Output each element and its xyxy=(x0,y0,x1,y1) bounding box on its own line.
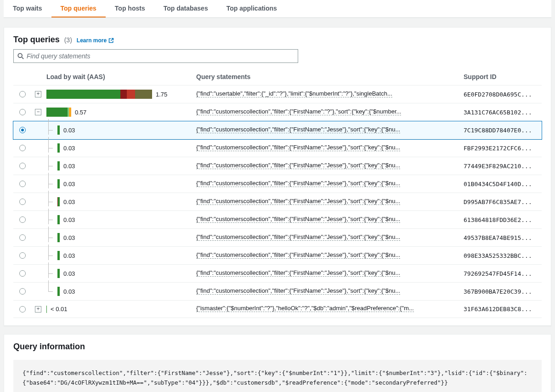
row-radio[interactable] xyxy=(19,127,26,133)
tree-connector xyxy=(46,161,54,170)
table-row[interactable]: +< 0.01{"ismaster":{"$numberInt":"?"},"h… xyxy=(13,301,542,318)
support-id: 3A131C76AC65B102... xyxy=(464,109,542,116)
row-radio[interactable] xyxy=(19,145,26,151)
table-row[interactable]: 0.03{"find":"customerscollection","filte… xyxy=(13,211,542,229)
support-id: 098E33A525332BBC... xyxy=(464,252,542,259)
aas-value: 0.03 xyxy=(63,145,75,152)
query-statement[interactable]: {"find":"customerscollection","filter":{… xyxy=(196,144,400,151)
row-radio[interactable] xyxy=(19,199,26,205)
card-count: (3) xyxy=(64,36,72,44)
tab-top-applications[interactable]: Top applications xyxy=(217,0,286,17)
load-bar xyxy=(57,125,60,135)
top-queries-card: Top queries (3) Learn more Load by wait … xyxy=(4,27,551,326)
support-id: 01B0434C5D4F140D... xyxy=(464,181,542,187)
support-id: 7C19C88DD78407E0... xyxy=(464,127,542,134)
aas-value: 0.03 xyxy=(63,216,75,223)
aas-value: 0.57 xyxy=(75,109,86,116)
aas-value: 0.03 xyxy=(63,199,75,205)
external-link-icon xyxy=(108,38,114,43)
table-row[interactable]: +1.75{"find":"usertable","filter":{"_id"… xyxy=(13,85,542,103)
support-id: FBF2993E2172CFC6... xyxy=(464,145,542,152)
tabs: Top waitsTop queriesTop hostsTop databas… xyxy=(4,0,551,18)
tree-connector xyxy=(46,125,54,135)
tab-top-databases[interactable]: Top databases xyxy=(154,0,217,17)
support-id: 367B900BA7E20C39... xyxy=(464,288,542,295)
row-radio[interactable] xyxy=(19,181,26,187)
load-bar xyxy=(57,161,60,170)
expand-icon[interactable]: + xyxy=(35,91,41,97)
expand-icon[interactable]: + xyxy=(35,306,41,312)
table-row[interactable]: 0.03{"find":"customerscollection","filte… xyxy=(13,175,542,193)
col-query[interactable]: Query statements xyxy=(196,73,464,80)
table-row[interactable]: 0.03{"find":"customerscollection","filte… xyxy=(13,283,542,301)
tree-connector xyxy=(46,179,54,188)
row-radio[interactable] xyxy=(19,288,26,295)
col-id[interactable]: Support ID xyxy=(464,73,542,80)
col-load[interactable]: Load by wait (AAS) xyxy=(45,73,196,80)
query-statement[interactable]: {"find":"usertable","filter":{"_id":"?"}… xyxy=(196,90,392,97)
tab-top-queries[interactable]: Top queries xyxy=(51,0,106,17)
row-radio[interactable] xyxy=(19,91,26,97)
query-statement[interactable]: {"find":"customerscollection","filter":{… xyxy=(196,108,401,115)
load-bar xyxy=(46,108,71,117)
aas-value: 1.75 xyxy=(156,91,167,98)
search-input[interactable] xyxy=(27,52,294,60)
card-title: Top queries xyxy=(13,35,60,45)
query-statement[interactable]: {"find":"customerscollection","filter":{… xyxy=(196,269,400,277)
row-radio[interactable] xyxy=(19,234,26,241)
load-bar xyxy=(46,90,152,99)
search-box[interactable] xyxy=(13,49,298,63)
table-row[interactable]: 0.03{"find":"customerscollection","filte… xyxy=(13,193,542,211)
load-bar xyxy=(57,287,60,296)
query-statement[interactable]: {"find":"customerscollection","filter":{… xyxy=(196,233,400,241)
row-radio[interactable] xyxy=(19,306,26,312)
aas-value: 0.03 xyxy=(63,270,75,277)
query-statement[interactable]: {"find":"customerscollection","filter":{… xyxy=(196,198,400,205)
svg-point-0 xyxy=(18,53,22,57)
aas-value: 0.03 xyxy=(63,127,75,134)
row-radio[interactable] xyxy=(19,252,26,259)
query-statement[interactable]: {"find":"customerscollection","filter":{… xyxy=(196,287,400,295)
table-row[interactable]: 0.03{"find":"customerscollection","filte… xyxy=(13,265,542,283)
query-statement[interactable]: {"find":"customerscollection","filter":{… xyxy=(196,251,400,259)
tree-connector xyxy=(46,233,54,242)
table-row[interactable]: 0.03{"find":"customerscollection","filte… xyxy=(13,139,542,157)
query-statement[interactable]: {"find":"customerscollection","filter":{… xyxy=(196,162,400,169)
query-statement[interactable]: {"ismaster":{"$numberInt":"?"},"helloOk"… xyxy=(196,305,414,312)
support-id: 792692547FD45F14... xyxy=(464,270,542,277)
tree-connector xyxy=(46,143,54,153)
aas-value: < 0.01 xyxy=(51,306,68,312)
row-radio[interactable] xyxy=(19,270,26,277)
query-statement[interactable]: {"find":"customerscollection","filter":{… xyxy=(196,126,400,133)
tree-connector xyxy=(46,269,54,278)
row-radio[interactable] xyxy=(19,109,26,115)
load-bar xyxy=(57,269,60,278)
load-bar xyxy=(57,215,60,224)
collapse-icon[interactable]: − xyxy=(35,109,41,115)
aas-value: 0.03 xyxy=(63,163,75,170)
table-row[interactable]: 0.03{"find":"customerscollection","filte… xyxy=(13,157,542,175)
support-id: 31F63A612DEB83C8... xyxy=(464,306,542,312)
load-bar xyxy=(57,233,60,242)
table-row[interactable]: 0.03{"find":"customerscollection","filte… xyxy=(13,247,542,265)
tree-connector xyxy=(46,197,54,206)
query-info-title: Query information xyxy=(13,342,542,352)
tab-top-hosts[interactable]: Top hosts xyxy=(106,0,154,17)
load-bar xyxy=(57,143,60,153)
query-info-card: Query information {"find":"customerscoll… xyxy=(4,334,551,392)
tab-top-waits[interactable]: Top waits xyxy=(4,0,51,17)
table-header: Load by wait (AAS) Query statements Supp… xyxy=(13,68,542,85)
tree-connector xyxy=(46,287,54,296)
support-id: 6E0FD2708D0A695C... xyxy=(464,91,542,98)
table-row[interactable]: 0.03{"find":"customerscollection","filte… xyxy=(13,229,542,247)
query-statement[interactable]: {"find":"customerscollection","filter":{… xyxy=(196,180,400,187)
table-row[interactable]: −0.57{"find":"customerscollection","filt… xyxy=(13,103,542,121)
row-radio[interactable] xyxy=(19,163,26,169)
query-statement[interactable]: {"find":"customerscollection","filter":{… xyxy=(196,216,400,223)
table-row[interactable]: 0.03{"find":"customerscollection","filte… xyxy=(13,121,542,139)
row-radio[interactable] xyxy=(19,216,26,223)
support-id: D995AB7F6C835AE7... xyxy=(464,199,542,205)
learn-more-link[interactable]: Learn more xyxy=(77,37,114,44)
load-bar xyxy=(57,179,60,188)
support-id: 77449E3F829AC210... xyxy=(464,163,542,170)
